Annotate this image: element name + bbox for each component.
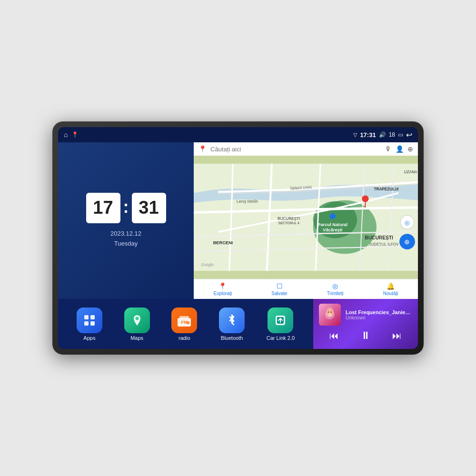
svg-rect-0 <box>194 164 418 271</box>
svg-text:Parcul Natural: Parcul Natural <box>318 222 347 227</box>
carlink-label: Car Link 2.0 <box>267 335 295 341</box>
svg-text:◎: ◎ <box>405 219 409 226</box>
svg-text:BUCUREȘTI: BUCUREȘTI <box>365 235 393 240</box>
svg-point-36 <box>327 311 329 314</box>
news-label: Noutăți <box>383 291 398 296</box>
svg-text:Leroy Merlin: Leroy Merlin <box>237 199 258 204</box>
status-right: ▽ 17:31 🔊 18 ▭ ↩ <box>353 130 412 139</box>
map-nav-news[interactable]: 🔔 Noutăți <box>383 282 398 296</box>
svg-text:FM: FM <box>181 320 188 325</box>
status-time: 17:31 <box>360 131 376 139</box>
svg-text:BERCENI: BERCENI <box>213 240 233 245</box>
svg-text:UZANA: UZANA <box>404 170 417 174</box>
status-left: ⌂ 📍 <box>64 131 79 139</box>
account-icon[interactable]: 👤 <box>396 145 404 153</box>
clock-widget: 17 : 31 2023.12.12 Tuesday <box>58 142 194 299</box>
clock-hours: 17 <box>86 193 120 223</box>
saved-label: Salvate <box>271 291 287 296</box>
svg-text:Văcărești: Văcărești <box>323 228 342 232</box>
back-icon[interactable]: ↩ <box>406 130 412 139</box>
svg-point-35 <box>326 307 334 317</box>
music-album-art <box>319 304 341 326</box>
map-search-icons: 🎙 👤 ⊕ <box>385 145 413 153</box>
svg-text:⊕: ⊕ <box>404 238 410 246</box>
map-nav-explore[interactable]: 📍 Explorați <box>213 282 232 296</box>
clock-date: 2023.12.12 Tuesday <box>110 229 141 249</box>
bluetooth-icon <box>219 307 245 333</box>
music-player: Lost Frequencies_Janieck Devy-... Unknow… <box>313 299 418 349</box>
map-search-input[interactable] <box>210 146 381 153</box>
svg-rect-21 <box>84 315 89 319</box>
mic-icon[interactable]: 🎙 <box>385 145 392 153</box>
svg-text:Google: Google <box>201 263 214 267</box>
status-bar: ⌂ 📍 ▽ 17:31 🔊 18 ▭ ↩ <box>58 127 418 142</box>
music-play-button[interactable]: ⏸ <box>357 328 375 343</box>
music-controls: ⏮ ⏸ ⏭ <box>319 328 412 343</box>
radio-icon: FM <box>171 307 197 333</box>
send-label: Trimiteți <box>327 291 344 296</box>
music-top: Lost Frequencies_Janieck Devy-... Unknow… <box>319 304 412 326</box>
album-art-svg <box>319 304 341 326</box>
carlink-icon <box>268 307 293 333</box>
svg-text:TRAPEZULUI: TRAPEZULUI <box>374 187 399 191</box>
svg-text:SECTORUL 4: SECTORUL 4 <box>278 221 299 225</box>
signal-icon: ▽ <box>353 132 357 138</box>
device-frame: ⌂ 📍 ▽ 17:31 🔊 18 ▭ ↩ 17 : <box>52 121 424 355</box>
bluetooth-label: Bluetooth <box>221 335 243 341</box>
map-nav-saved[interactable]: ☐ Salvate <box>271 282 287 296</box>
saved-icon: ☐ <box>277 282 283 290</box>
app-item-radio[interactable]: FM radio <box>171 307 197 341</box>
map-bottom-bar: 📍 Explorați ☐ Salvate ◎ Trimiteți 🔔 <box>194 279 418 299</box>
svg-text:JUDEȚUL ILFOV: JUDEȚUL ILFOV <box>369 242 399 247</box>
app-item-apps[interactable]: Apps <box>77 307 102 341</box>
layers-icon[interactable]: ⊕ <box>407 145 413 153</box>
app-item-maps[interactable]: Maps <box>124 307 150 341</box>
bottom-section: Apps Maps <box>58 299 418 349</box>
maps-status-icon[interactable]: 📍 <box>71 131 79 138</box>
radio-svg-icon: FM <box>176 313 192 327</box>
map-search-bar[interactable]: 📍 🎙 👤 ⊕ <box>194 142 418 156</box>
svg-point-3 <box>362 195 368 202</box>
svg-rect-23 <box>84 321 89 326</box>
apps-section: Apps Maps <box>58 299 313 349</box>
bluetooth-svg-icon <box>225 313 239 327</box>
battery-icon: ▭ <box>398 131 403 138</box>
svg-point-25 <box>135 317 139 320</box>
clock-colon: : <box>123 197 129 217</box>
svg-rect-24 <box>90 321 95 326</box>
map-pin-icon: 📍 <box>198 145 207 153</box>
map-widget[interactable]: 📍 🎙 👤 ⊕ <box>194 142 418 299</box>
clock-display: 17 : 31 <box>86 193 166 223</box>
apps-label: Apps <box>83 335 95 341</box>
radio-label: radio <box>178 335 190 341</box>
music-artist: Unknown <box>346 315 412 320</box>
top-section: 17 : 31 2023.12.12 Tuesday 📍 <box>58 142 418 299</box>
svg-point-37 <box>330 311 332 314</box>
svg-rect-28 <box>179 316 189 318</box>
music-title: Lost Frequencies_Janieck Devy-... <box>346 309 412 315</box>
volume-level: 18 <box>389 131 395 138</box>
explore-icon: 📍 <box>218 282 227 290</box>
apps-icon <box>77 307 102 333</box>
svg-point-29 <box>187 321 189 324</box>
svg-point-19 <box>330 213 336 219</box>
svg-rect-22 <box>90 315 95 319</box>
explore-label: Explorați <box>213 291 232 296</box>
map-body[interactable]: ⊕ ◎ Parcul Natural Văcărești BUCUREȘTI J <box>194 156 418 279</box>
maps-icon <box>124 307 150 333</box>
music-prev-button[interactable]: ⏮ <box>326 329 343 342</box>
map-nav-send[interactable]: ◎ Trimiteți <box>327 282 344 296</box>
music-next-button[interactable]: ⏭ <box>388 329 406 342</box>
home-icon[interactable]: ⌂ <box>64 131 68 139</box>
clock-minutes: 31 <box>132 193 166 223</box>
app-item-bluetooth[interactable]: Bluetooth <box>219 307 245 341</box>
volume-icon: 🔊 <box>379 131 386 138</box>
news-icon: 🔔 <box>387 282 395 290</box>
maps-svg-icon <box>130 313 144 327</box>
main-content: 17 : 31 2023.12.12 Tuesday 📍 <box>58 142 418 349</box>
music-info: Lost Frequencies_Janieck Devy-... Unknow… <box>346 309 412 320</box>
device-screen: ⌂ 📍 ▽ 17:31 🔊 18 ▭ ↩ 17 : <box>58 127 418 349</box>
carlink-svg-icon <box>273 313 288 327</box>
svg-text:BUCUREȘTI: BUCUREȘTI <box>278 217 300 221</box>
app-item-carlink[interactable]: Car Link 2.0 <box>267 307 295 341</box>
